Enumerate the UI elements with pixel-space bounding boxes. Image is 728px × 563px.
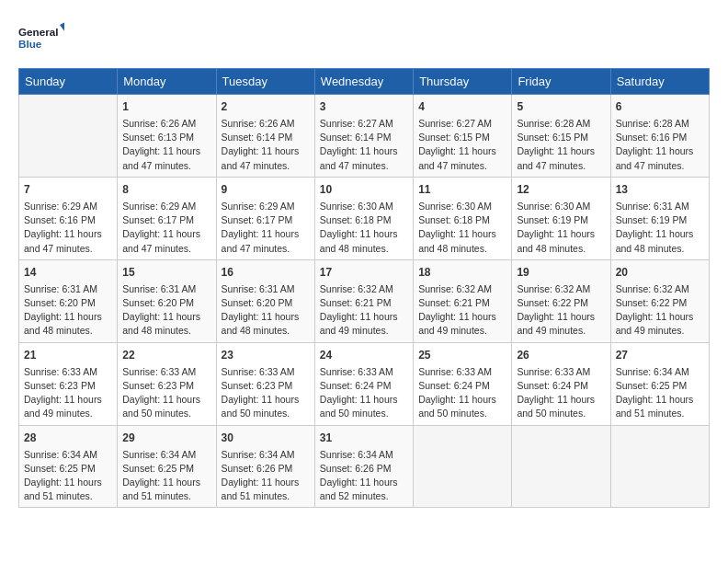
week-row-5: 28Sunrise: 6:34 AMSunset: 6:25 PMDayligh… xyxy=(19,425,710,508)
day-header-monday: Monday xyxy=(118,69,216,95)
calendar-cell: 26Sunrise: 6:33 AMSunset: 6:24 PMDayligh… xyxy=(512,342,610,425)
week-row-2: 7Sunrise: 6:29 AMSunset: 6:16 PMDaylight… xyxy=(19,177,710,259)
calendar-cell: 17Sunrise: 6:32 AMSunset: 6:21 PMDayligh… xyxy=(314,259,413,342)
day-info: Sunrise: 6:32 AMSunset: 6:22 PMDaylight:… xyxy=(517,282,605,339)
day-info: Sunrise: 6:33 AMSunset: 6:23 PMDaylight:… xyxy=(222,365,310,421)
calendar-cell: 12Sunrise: 6:30 AMSunset: 6:19 PMDayligh… xyxy=(512,177,610,259)
day-info: Sunrise: 6:31 AMSunset: 6:20 PMDaylight:… xyxy=(122,282,210,339)
day-header-tuesday: Tuesday xyxy=(216,69,314,95)
day-number: 11 xyxy=(418,181,506,198)
calendar-cell: 9Sunrise: 6:29 AMSunset: 6:17 PMDaylight… xyxy=(216,177,314,259)
calendar-cell: 18Sunrise: 6:32 AMSunset: 6:21 PMDayligh… xyxy=(414,259,512,342)
calendar-cell xyxy=(19,95,118,178)
calendar-cell xyxy=(512,425,610,508)
day-number: 5 xyxy=(517,98,605,115)
calendar-cell xyxy=(414,425,512,508)
days-header-row: SundayMondayTuesdayWednesdayThursdayFrid… xyxy=(19,69,710,95)
day-info: Sunrise: 6:31 AMSunset: 6:20 PMDaylight:… xyxy=(222,282,310,339)
calendar-cell: 11Sunrise: 6:30 AMSunset: 6:18 PMDayligh… xyxy=(414,177,512,259)
calendar-table: SundayMondayTuesdayWednesdayThursdayFrid… xyxy=(18,68,710,508)
day-info: Sunrise: 6:33 AMSunset: 6:24 PMDaylight:… xyxy=(418,365,506,421)
svg-marker-2 xyxy=(60,22,64,31)
calendar-cell: 7Sunrise: 6:29 AMSunset: 6:16 PMDaylight… xyxy=(19,177,118,259)
day-number: 7 xyxy=(24,181,112,198)
calendar-cell xyxy=(610,425,709,508)
day-info: Sunrise: 6:29 AMSunset: 6:17 PMDaylight:… xyxy=(222,200,310,256)
calendar-cell: 10Sunrise: 6:30 AMSunset: 6:18 PMDayligh… xyxy=(314,177,413,259)
day-number: 14 xyxy=(24,264,112,281)
day-info: Sunrise: 6:27 AMSunset: 6:14 PMDaylight:… xyxy=(320,117,408,173)
day-number: 25 xyxy=(418,347,506,363)
calendar-cell: 3Sunrise: 6:27 AMSunset: 6:14 PMDaylight… xyxy=(314,95,413,178)
calendar-cell: 6Sunrise: 6:28 AMSunset: 6:16 PMDaylight… xyxy=(610,95,709,178)
calendar-cell: 20Sunrise: 6:32 AMSunset: 6:22 PMDayligh… xyxy=(610,259,709,342)
calendar-cell: 22Sunrise: 6:33 AMSunset: 6:23 PMDayligh… xyxy=(118,342,216,425)
calendar-cell: 8Sunrise: 6:29 AMSunset: 6:17 PMDaylight… xyxy=(118,177,216,259)
day-info: Sunrise: 6:34 AMSunset: 6:25 PMDaylight:… xyxy=(24,448,112,504)
day-header-sunday: Sunday xyxy=(19,69,118,95)
calendar-cell: 5Sunrise: 6:28 AMSunset: 6:15 PMDaylight… xyxy=(512,95,610,178)
day-info: Sunrise: 6:30 AMSunset: 6:18 PMDaylight:… xyxy=(320,200,408,256)
calendar-cell: 13Sunrise: 6:31 AMSunset: 6:19 PMDayligh… xyxy=(610,177,709,259)
day-info: Sunrise: 6:28 AMSunset: 6:15 PMDaylight:… xyxy=(517,117,605,173)
day-number: 4 xyxy=(418,98,506,115)
day-number: 30 xyxy=(222,430,310,446)
day-info: Sunrise: 6:33 AMSunset: 6:24 PMDaylight:… xyxy=(320,365,408,421)
day-header-thursday: Thursday xyxy=(414,69,512,95)
calendar-cell: 23Sunrise: 6:33 AMSunset: 6:23 PMDayligh… xyxy=(216,342,314,425)
day-info: Sunrise: 6:34 AMSunset: 6:25 PMDaylight:… xyxy=(616,365,704,421)
day-number: 18 xyxy=(418,264,506,281)
calendar-cell: 1Sunrise: 6:26 AMSunset: 6:13 PMDaylight… xyxy=(118,95,216,178)
calendar-cell: 30Sunrise: 6:34 AMSunset: 6:26 PMDayligh… xyxy=(216,425,314,508)
day-number: 21 xyxy=(24,347,112,363)
day-number: 1 xyxy=(122,98,210,115)
calendar-cell: 19Sunrise: 6:32 AMSunset: 6:22 PMDayligh… xyxy=(512,259,610,342)
day-number: 29 xyxy=(122,430,210,446)
day-info: Sunrise: 6:31 AMSunset: 6:20 PMDaylight:… xyxy=(24,282,112,339)
day-info: Sunrise: 6:31 AMSunset: 6:19 PMDaylight:… xyxy=(616,200,704,256)
day-number: 27 xyxy=(616,347,704,363)
day-info: Sunrise: 6:27 AMSunset: 6:15 PMDaylight:… xyxy=(418,117,506,173)
calendar-cell: 21Sunrise: 6:33 AMSunset: 6:23 PMDayligh… xyxy=(19,342,118,425)
day-number: 20 xyxy=(616,264,704,281)
day-info: Sunrise: 6:33 AMSunset: 6:24 PMDaylight:… xyxy=(517,365,605,421)
day-number: 15 xyxy=(122,264,210,281)
logo-svg: General Blue xyxy=(18,18,64,59)
day-info: Sunrise: 6:30 AMSunset: 6:18 PMDaylight:… xyxy=(418,200,506,256)
day-number: 24 xyxy=(320,347,408,363)
day-info: Sunrise: 6:34 AMSunset: 6:26 PMDaylight:… xyxy=(222,448,310,504)
day-info: Sunrise: 6:30 AMSunset: 6:19 PMDaylight:… xyxy=(517,200,605,256)
day-number: 19 xyxy=(517,264,605,281)
day-header-wednesday: Wednesday xyxy=(314,69,413,95)
calendar-cell: 28Sunrise: 6:34 AMSunset: 6:25 PMDayligh… xyxy=(19,425,118,508)
svg-text:Blue: Blue xyxy=(18,38,42,50)
day-number: 31 xyxy=(320,430,408,446)
day-number: 2 xyxy=(222,98,310,115)
day-info: Sunrise: 6:34 AMSunset: 6:25 PMDaylight:… xyxy=(122,448,210,504)
calendar-cell: 16Sunrise: 6:31 AMSunset: 6:20 PMDayligh… xyxy=(216,259,314,342)
week-row-4: 21Sunrise: 6:33 AMSunset: 6:23 PMDayligh… xyxy=(19,342,710,425)
day-number: 22 xyxy=(122,347,210,363)
week-row-3: 14Sunrise: 6:31 AMSunset: 6:20 PMDayligh… xyxy=(19,259,710,342)
day-info: Sunrise: 6:32 AMSunset: 6:21 PMDaylight:… xyxy=(418,282,506,339)
day-info: Sunrise: 6:28 AMSunset: 6:16 PMDaylight:… xyxy=(616,117,704,173)
week-row-1: 1Sunrise: 6:26 AMSunset: 6:13 PMDaylight… xyxy=(19,95,710,178)
day-info: Sunrise: 6:33 AMSunset: 6:23 PMDaylight:… xyxy=(122,365,210,421)
calendar-cell: 25Sunrise: 6:33 AMSunset: 6:24 PMDayligh… xyxy=(414,342,512,425)
day-number: 6 xyxy=(616,98,704,115)
calendar-cell: 14Sunrise: 6:31 AMSunset: 6:20 PMDayligh… xyxy=(19,259,118,342)
calendar-cell: 27Sunrise: 6:34 AMSunset: 6:25 PMDayligh… xyxy=(610,342,709,425)
day-header-saturday: Saturday xyxy=(610,69,709,95)
day-number: 16 xyxy=(222,264,310,281)
calendar-cell: 31Sunrise: 6:34 AMSunset: 6:26 PMDayligh… xyxy=(314,425,413,508)
day-info: Sunrise: 6:32 AMSunset: 6:21 PMDaylight:… xyxy=(320,282,408,339)
day-info: Sunrise: 6:29 AMSunset: 6:17 PMDaylight:… xyxy=(122,200,210,256)
day-number: 10 xyxy=(320,181,408,198)
day-info: Sunrise: 6:26 AMSunset: 6:14 PMDaylight:… xyxy=(222,117,310,173)
day-number: 12 xyxy=(517,181,605,198)
day-number: 13 xyxy=(616,181,704,198)
day-number: 26 xyxy=(517,347,605,363)
calendar-cell: 2Sunrise: 6:26 AMSunset: 6:14 PMDaylight… xyxy=(216,95,314,178)
day-number: 3 xyxy=(320,98,408,115)
day-number: 28 xyxy=(24,430,112,446)
